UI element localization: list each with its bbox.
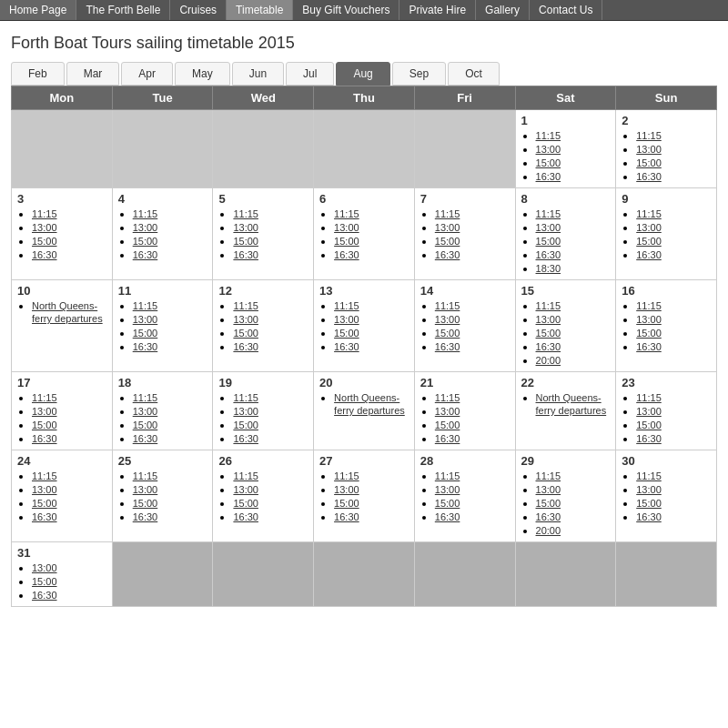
time-link[interactable]: 20:00 [536,525,561,536]
time-link[interactable]: 15:00 [32,236,57,247]
time-link[interactable]: 16:30 [435,511,460,522]
time-link[interactable]: 13:00 [32,406,57,417]
time-link[interactable]: 11:15 [435,470,460,481]
time-link[interactable]: 16:30 [636,433,662,444]
tab-mar[interactable]: Mar [66,62,120,86]
time-link[interactable]: 13:00 [536,314,561,325]
time-link[interactable]: 13:00 [536,484,561,495]
time-link[interactable]: 15:00 [435,498,460,509]
time-link[interactable]: 16:30 [32,511,57,522]
nav-home[interactable]: Home Page [0,0,76,20]
time-link[interactable]: 11:15 [233,470,258,481]
time-link[interactable]: 11:15 [233,392,258,403]
time-link[interactable]: 13:00 [133,222,158,233]
time-link[interactable]: 15:00 [636,498,662,509]
time-link[interactable]: 16:30 [536,249,561,260]
time-link[interactable]: 20:00 [536,355,561,366]
time-link[interactable]: 13:00 [435,406,460,417]
time-link[interactable]: 15:00 [636,157,662,168]
tab-oct[interactable]: Oct [448,62,500,86]
time-link[interactable]: 11:15 [435,208,460,219]
time-link[interactable]: 13:00 [536,144,561,155]
nav-private-hire[interactable]: Private Hire [399,0,476,20]
time-link[interactable]: 13:00 [435,484,460,495]
time-link[interactable]: 11:15 [334,208,359,219]
time-link[interactable]: 13:00 [32,222,57,233]
time-link[interactable]: 16:30 [536,171,561,182]
time-link[interactable]: 16:30 [233,433,258,444]
time-link[interactable]: 11:15 [636,470,662,481]
tab-sep[interactable]: Sep [392,62,446,86]
north-queens-ferry-link[interactable]: North Queens-ferry departures [334,392,405,416]
time-link[interactable]: 11:15 [435,300,460,311]
time-link[interactable]: 11:15 [435,392,460,403]
time-link[interactable]: 15:00 [536,328,561,339]
tab-jul[interactable]: Jul [286,62,334,86]
time-link[interactable]: 16:30 [536,511,561,522]
time-link[interactable]: 16:30 [133,433,158,444]
nav-cruises[interactable]: Cruises [170,0,227,20]
tab-may[interactable]: May [175,62,230,86]
time-link[interactable]: 13:00 [435,314,460,325]
tab-feb[interactable]: Feb [11,62,65,86]
time-link[interactable]: 16:30 [32,590,57,601]
time-link[interactable]: 11:15 [536,470,561,481]
nav-gift-vouchers[interactable]: Buy Gift Vouchers [293,0,399,20]
nav-gallery[interactable]: Gallery [476,0,530,20]
time-link[interactable]: 13:00 [32,562,57,573]
time-link[interactable]: 13:00 [435,222,460,233]
time-link[interactable]: 15:00 [536,236,561,247]
time-link[interactable]: 11:15 [334,300,359,311]
time-link[interactable]: 15:00 [536,157,561,168]
time-link[interactable]: 13:00 [636,144,662,155]
time-link[interactable]: 16:30 [133,249,158,260]
time-link[interactable]: 15:00 [32,576,57,587]
time-link[interactable]: 11:15 [536,130,561,141]
nav-timetable[interactable]: Timetable [227,0,293,20]
time-link[interactable]: 15:00 [334,236,359,247]
time-link[interactable]: 16:30 [435,249,460,260]
time-link[interactable]: 15:00 [636,236,662,247]
time-link[interactable]: 11:15 [536,300,561,311]
time-link[interactable]: 11:15 [636,392,662,403]
time-link[interactable]: 11:15 [636,130,662,141]
time-link[interactable]: 11:15 [133,392,158,403]
time-link[interactable]: 15:00 [536,498,561,509]
time-link[interactable]: 13:00 [233,484,258,495]
time-link[interactable]: 16:30 [133,511,158,522]
time-link[interactable]: 16:30 [32,249,57,260]
time-link[interactable]: 16:30 [536,341,561,352]
time-link[interactable]: 11:15 [32,392,57,403]
time-link[interactable]: 15:00 [133,498,158,509]
time-link[interactable]: 15:00 [233,420,258,430]
time-link[interactable]: 15:00 [32,420,57,430]
time-link[interactable]: 13:00 [233,406,258,417]
north-queens-ferry-link[interactable]: North Queens-ferry departures [536,392,607,416]
time-link[interactable]: 15:00 [32,498,57,509]
time-link[interactable]: 15:00 [636,420,662,430]
time-link[interactable]: 15:00 [233,236,258,247]
time-link[interactable]: 16:30 [334,249,359,260]
time-link[interactable]: 15:00 [334,328,359,339]
time-link[interactable]: 11:15 [133,208,158,219]
time-link[interactable]: 11:15 [133,470,158,481]
time-link[interactable]: 11:15 [32,470,57,481]
time-link[interactable]: 15:00 [133,236,158,247]
time-link[interactable]: 13:00 [636,484,662,495]
time-link[interactable]: 13:00 [334,222,359,233]
time-link[interactable]: 16:30 [636,511,662,522]
time-link[interactable]: 13:00 [133,314,158,325]
time-link[interactable]: 11:15 [32,208,57,219]
time-link[interactable]: 16:30 [233,249,258,260]
time-link[interactable]: 11:15 [536,208,561,219]
time-link[interactable]: 13:00 [32,484,57,495]
time-link[interactable]: 11:15 [233,300,258,311]
tab-aug[interactable]: Aug [336,62,389,86]
time-link[interactable]: 13:00 [233,314,258,325]
time-link[interactable]: 16:30 [435,341,460,352]
time-link[interactable]: 13:00 [334,484,359,495]
time-link[interactable]: 13:00 [636,314,662,325]
time-link[interactable]: 15:00 [435,420,460,430]
nav-contact-us[interactable]: Contact Us [530,0,602,20]
time-link[interactable]: 11:15 [233,208,258,219]
